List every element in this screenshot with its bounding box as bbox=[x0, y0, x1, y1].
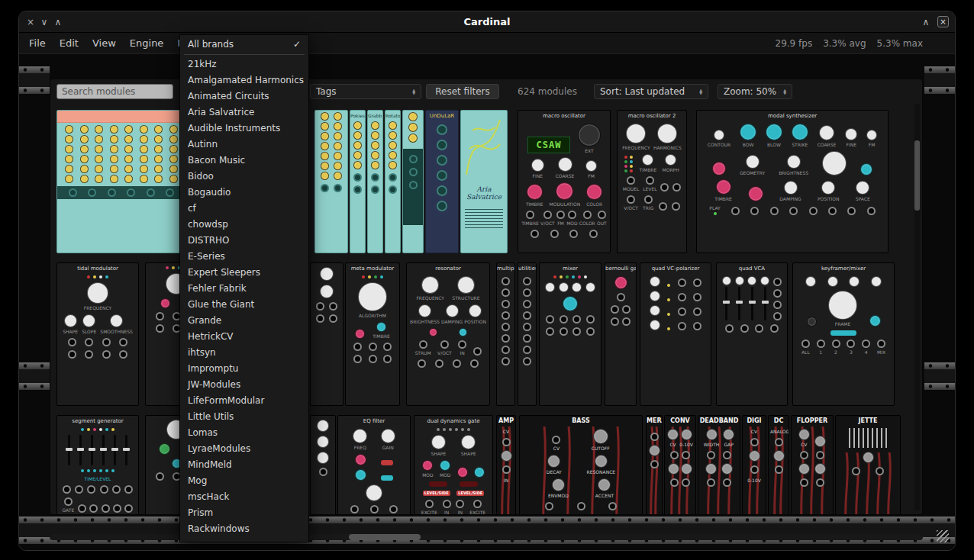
menu-item-amalgamated-harmonics[interactable]: Amalgamated Harmonics bbox=[180, 72, 308, 89]
module-tile-quad-vc-polarizer[interactable]: quad VC-polarizer bbox=[640, 262, 711, 406]
port-group bbox=[725, 324, 734, 333]
module-tile-mera[interactable]: MERA bbox=[646, 415, 663, 515]
menu-view[interactable]: View bbox=[85, 37, 123, 49]
module-tile-conv[interactable]: CONVCV0-10V bbox=[664, 415, 696, 515]
horizontal-scrollbar-thumb[interactable] bbox=[349, 534, 421, 540]
module-tile-eq-filter[interactable]: EQ filterFREQGAIN bbox=[337, 415, 411, 515]
menu-item-animated-circuits[interactable]: Animated Circuits bbox=[180, 89, 308, 105]
module-tile[interactable] bbox=[310, 415, 336, 515]
window-title: Cardinal bbox=[19, 16, 955, 27]
control-row bbox=[666, 478, 694, 487]
module-tile[interactable] bbox=[402, 110, 424, 253]
port-icon bbox=[847, 340, 855, 348]
minimize-icon[interactable]: ∨ bbox=[37, 15, 51, 29]
close-plugin-icon[interactable]: × bbox=[937, 16, 949, 27]
knob bbox=[140, 135, 148, 143]
module-tile[interactable] bbox=[310, 262, 343, 406]
menu-item-autinn[interactable]: Autinn bbox=[180, 137, 308, 153]
menu-item-bacon-music[interactable]: Bacon Music bbox=[180, 153, 308, 169]
port-group bbox=[371, 185, 379, 194]
module-tile-amp[interactable]: AMPCVIN bbox=[496, 415, 516, 515]
menu-item-grande[interactable]: Grande bbox=[180, 313, 308, 329]
module-tile-utilities[interactable]: utilities bbox=[518, 262, 537, 406]
module-tile-digi[interactable]: DIGICV0-10V bbox=[742, 415, 766, 515]
port-group bbox=[586, 315, 595, 323]
menu-item-lomas[interactable]: Lomas bbox=[180, 425, 308, 441]
menu-item-bidoo[interactable]: Bidoo bbox=[180, 169, 308, 185]
port-group bbox=[693, 307, 701, 316]
menu-item-ihtsyn[interactable]: ihtsyn bbox=[180, 345, 308, 361]
menu-item-prism[interactable]: Prism bbox=[180, 505, 308, 521]
control-row bbox=[387, 185, 398, 194]
menu-item-bogaudio[interactable]: Bogaudio bbox=[180, 185, 308, 201]
menu-item-distrho[interactable]: DISTRHO bbox=[180, 233, 308, 249]
module-tile-pokies[interactable]: Pokies bbox=[350, 110, 366, 253]
module-tile[interactable] bbox=[56, 110, 186, 253]
module-tile-bass[interactable]: BASSCVCUTOFFDECAYRESONANCEENVMODACCENT bbox=[519, 415, 643, 515]
close-icon[interactable]: × bbox=[24, 15, 37, 29]
led bbox=[99, 275, 102, 278]
module-tile-macro-oscillator-2[interactable]: macro oscillator 2FREQUENCYHARMONICSTIMB… bbox=[617, 110, 687, 253]
module-tile-mixer[interactable]: mixer bbox=[539, 262, 601, 406]
menu-item-lifeformmodular[interactable]: LifeFormModular bbox=[180, 393, 308, 409]
module-tile-undular[interactable]: UnDuLaR bbox=[425, 110, 459, 253]
module-tile-modal-synthesizer[interactable]: modal synthesizerCONTOURBOWBLOWSTRIKECOA… bbox=[696, 110, 889, 253]
collapse-icon[interactable]: ∧ bbox=[919, 15, 933, 29]
module-tile-resonator[interactable]: resonatorFREQUENCYSTRUCTUREBRIGHTNESSDAM… bbox=[406, 262, 490, 406]
module-tile-segment-generator[interactable]: segment generatorTIME/LEVELGATE bbox=[56, 415, 139, 515]
module-tile-keyframer-mixer[interactable]: keyframer/mixerFRAMEALL1234MIX bbox=[792, 262, 895, 406]
port-icon bbox=[502, 357, 510, 365]
module-tile-meta-modulator[interactable]: meta modulatorALGORITHMTIMBRE bbox=[345, 262, 400, 406]
menu-item-mindmeld[interactable]: MindMeld bbox=[180, 457, 308, 473]
menu-item-fehler-fabrik[interactable]: Fehler Fabrik bbox=[180, 281, 308, 297]
port-group bbox=[523, 346, 531, 354]
menu-item-mschack[interactable]: mscHack bbox=[180, 489, 308, 505]
menu-item-e-series[interactable]: E-Series bbox=[180, 249, 308, 265]
menu-item-mog[interactable]: Mog bbox=[180, 473, 308, 489]
module-tile-dual-dynamics-gate[interactable]: dual dynamics gateSHAPESHAPEMODMODLEVEL/… bbox=[414, 415, 493, 515]
control-row bbox=[352, 121, 363, 130]
resize-grip[interactable] bbox=[937, 530, 949, 542]
menu-item-lyraemodules[interactable]: LyraeModules bbox=[180, 441, 308, 457]
module-tile-dc[interactable]: DCANALOG bbox=[768, 415, 789, 515]
module-tile-multiples[interactable]: multiples bbox=[496, 262, 515, 406]
check-icon: ✓ bbox=[293, 37, 301, 53]
menu-item-hetrickcv[interactable]: HetrickCV bbox=[180, 329, 308, 345]
menu-item-little-utils[interactable]: Little Utils bbox=[180, 409, 308, 425]
menu-file[interactable]: File bbox=[22, 37, 53, 49]
vca-channel bbox=[760, 276, 769, 320]
menu-item-expert-sleepers[interactable]: Expert Sleepers bbox=[180, 265, 308, 281]
menu-item-impromptu[interactable]: Impromptu bbox=[180, 361, 308, 377]
module-tile-tidal-modulator[interactable]: tidal modulatorFREQUENCYSHAPESLOPESMOOTH… bbox=[56, 262, 139, 406]
module-tile[interactable]: Aria Salvatrice bbox=[460, 110, 508, 253]
module-tile-bernoulli-gate[interactable]: bernoulli gate bbox=[605, 262, 637, 406]
module-tile-flopper[interactable]: FLOPPERCV bbox=[791, 415, 834, 515]
vertical-scrollbar-track[interactable] bbox=[914, 104, 920, 510]
menu-item-jw-modules[interactable]: JW-Modules bbox=[180, 377, 308, 393]
port-icon bbox=[693, 322, 701, 330]
module-tile-jette[interactable]: JETTE bbox=[835, 415, 901, 515]
module-tile-rotatoes[interactable]: Rotatoes bbox=[385, 110, 401, 253]
module-tile-macro-oscillator[interactable]: macro oscillatorCSAWEXTFINECOARSEFMTIMBR… bbox=[518, 110, 611, 253]
knob bbox=[366, 484, 382, 501]
menu-item-cf[interactable]: cf bbox=[180, 201, 308, 217]
module-tile-grabby[interactable]: Grabby bbox=[367, 110, 383, 253]
menu-item-audible-instruments[interactable]: Audible Instruments bbox=[180, 121, 308, 137]
menu-item-glue-the-giant[interactable]: Glue the Giant bbox=[180, 297, 308, 313]
menu-item-rackwindows[interactable]: Rackwindows bbox=[180, 521, 308, 537]
knob-group bbox=[871, 276, 882, 287]
menu-item-21khz[interactable]: 21kHz bbox=[180, 56, 308, 72]
menu-engine[interactable]: Engine bbox=[123, 37, 171, 49]
control-row: GATE bbox=[59, 497, 137, 513]
module-tile-deadband[interactable]: DEADBANDWIDTHGAP bbox=[698, 415, 740, 515]
menu-item-all-brands[interactable]: All brands✓ bbox=[180, 37, 308, 53]
vertical-scrollbar-thumb[interactable] bbox=[914, 140, 920, 211]
module-tile-quad-vca[interactable]: quad VCA bbox=[716, 262, 788, 406]
menu-item-chowdsp[interactable]: chowdsp bbox=[180, 217, 308, 233]
maximize-icon[interactable]: ∧ bbox=[51, 15, 65, 29]
module-tile[interactable] bbox=[314, 110, 348, 253]
menu-edit[interactable]: Edit bbox=[53, 37, 85, 49]
menu-item-aria-salvatrice[interactable]: Aria Salvatrice bbox=[180, 105, 308, 121]
knob-label: BOW bbox=[743, 142, 754, 147]
stat-value: 29.9 fps bbox=[776, 38, 813, 49]
